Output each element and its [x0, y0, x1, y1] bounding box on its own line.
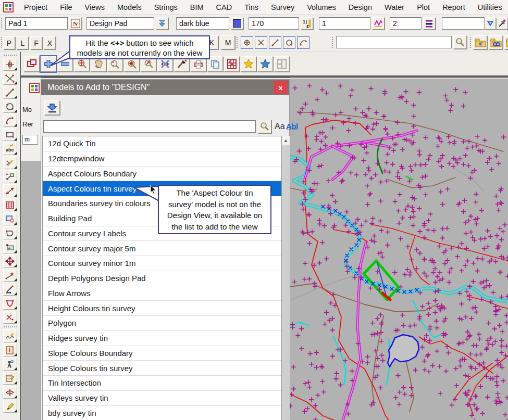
toolbar-magnifier-button[interactable] [453, 35, 467, 49]
weight-field[interactable] [390, 17, 422, 30]
menu-survey[interactable]: Survey [265, 1, 301, 14]
translate-string-button[interactable]: + [3, 170, 17, 183]
model-list-item[interactable]: Polygon [43, 316, 281, 331]
menu-plot[interactable]: Plot [411, 1, 436, 14]
cross-snap-icon[interactable] [255, 36, 267, 49]
model-list-item[interactable]: Aspect Colours Boundary [43, 167, 281, 182]
edit-notes-button[interactable] [3, 372, 17, 385]
magnifier-button[interactable] [258, 120, 271, 133]
panel-field[interactable]: m [22, 135, 38, 145]
favourite-views-blue[interactable] [257, 56, 273, 72]
menu-project[interactable]: Project [18, 1, 54, 14]
model-list-item[interactable]: Slope Colours tin survey [43, 361, 281, 376]
create-line-button[interactable] [3, 86, 17, 99]
measure-button[interactable] [3, 184, 17, 197]
model-list-item[interactable]: 12dtempwindow [43, 151, 281, 167]
colour-line-button[interactable] [3, 283, 17, 296]
height-field[interactable] [249, 17, 299, 30]
snap-toggle-p[interactable]: P [3, 36, 15, 49]
menu-strings[interactable]: Strings [148, 1, 184, 14]
create-grid-button[interactable] [3, 198, 17, 211]
menu-utilities[interactable]: Utilities [472, 1, 508, 14]
model-list-item[interactable]: Flow Arrows [43, 286, 281, 301]
create-text-button[interactable]: abc [3, 142, 17, 155]
name-field[interactable] [5, 17, 68, 30]
linestyle-field[interactable] [319, 17, 370, 30]
freehand-draw-button[interactable] [3, 329, 17, 342]
find-folder-icon[interactable] [489, 35, 503, 49]
model-list-item[interactable]: Tin Intersection [43, 376, 281, 391]
create-point-button[interactable] [3, 58, 17, 71]
model-list-item[interactable]: Depth Polygons Design Pad [43, 271, 281, 286]
model-list-item[interactable]: bdy survey tin [43, 406, 281, 420]
raster-view[interactable] [224, 56, 240, 72]
model-filter-input[interactable] [43, 120, 256, 133]
insert-models-button[interactable] [44, 100, 60, 115]
name-box-icon[interactable]: N [69, 17, 82, 30]
dialog-close-button[interactable]: x [274, 81, 288, 94]
menu-tins[interactable]: Tins [238, 1, 265, 14]
create-rectangle-button[interactable] [3, 128, 17, 141]
menu-file[interactable]: File [54, 1, 78, 14]
line-snap-icon[interactable] [269, 36, 281, 49]
partial-folder-icon[interactable] [504, 35, 508, 49]
snap-toggle-m[interactable]: M [221, 35, 235, 49]
menu-water[interactable]: Water [378, 1, 411, 14]
toolbar-search-input[interactable] [336, 36, 452, 48]
edit-colour-button[interactable] [3, 156, 17, 169]
menu-bim[interactable]: BIM [184, 1, 210, 14]
create-arc-button[interactable] [3, 114, 17, 127]
project-folder-icon[interactable] [473, 35, 487, 49]
favourite-views-yellow[interactable] [241, 56, 256, 72]
create-circle-button[interactable] [3, 100, 17, 113]
menu-views[interactable]: Views [79, 1, 111, 14]
snap-toggle-x[interactable]: X [44, 36, 56, 49]
app-icon[interactable] [3, 2, 14, 12]
arc-snap-icon[interactable] [297, 36, 309, 49]
place-image-button[interactable] [3, 240, 17, 253]
survey-instrument-button[interactable] [3, 358, 17, 371]
match-word-toggle[interactable]: Abl [286, 122, 298, 131]
model-list-item[interactable]: Height Colours tin survey [43, 301, 281, 316]
mirror-string-button[interactable] [3, 386, 17, 399]
snap-toggle-f[interactable]: F [30, 36, 42, 49]
break-line-button[interactable] [3, 72, 17, 85]
model-chooser-icon[interactable] [156, 17, 168, 30]
window-layout[interactable] [274, 56, 290, 72]
model-list-item[interactable]: Contour survey major 5m [43, 241, 281, 256]
menu-volumes[interactable]: Volumes [301, 1, 342, 14]
point-snap-icon[interactable] [241, 36, 253, 49]
scroll-up-button[interactable]: ▲ [282, 136, 290, 145]
snap-toggle-l[interactable]: L [17, 36, 29, 49]
model-list-item[interactable]: 12d Quick Tin [43, 136, 281, 151]
create-pencil-button[interactable] [3, 400, 17, 413]
z-value-icon[interactable]: 1z [301, 17, 313, 30]
smart-point-button[interactable] [3, 269, 17, 282]
list-scrollbar[interactable]: ▲ [282, 136, 290, 420]
dialog-title-bar[interactable]: Models to Add to "DESIGN" [41, 80, 289, 95]
view-window-button[interactable] [3, 212, 17, 225]
circle-snap-icon[interactable] [283, 36, 295, 49]
map-view[interactable] [290, 78, 508, 420]
eyedropper-icon[interactable] [497, 17, 508, 30]
lineweight-chooser-icon[interactable] [423, 17, 436, 30]
model-list-item[interactable]: Slope Colours Boundary [43, 346, 281, 361]
redraw-view[interactable] [24, 56, 40, 72]
create-polygon-button[interactable] [3, 226, 17, 239]
tinable-field[interactable] [442, 17, 485, 30]
menu-models[interactable]: Models [111, 1, 148, 14]
interface-button[interactable]: I [3, 343, 17, 357]
match-case-toggle[interactable]: Aa [275, 122, 285, 131]
delete-string-button[interactable] [3, 311, 17, 324]
move-string-button[interactable] [3, 254, 17, 268]
model-list-item[interactable]: Ridges survey tin [43, 331, 281, 346]
linestyle-chooser-icon[interactable] [372, 17, 385, 30]
trim-polygon-button[interactable] [3, 297, 17, 310]
model-list-item[interactable]: Valleys survey tin [43, 391, 281, 406]
colour-swatch-icon[interactable] [231, 17, 243, 30]
menu-report[interactable]: Report [436, 1, 472, 14]
menu-design[interactable]: Design [342, 1, 378, 14]
model-field[interactable] [86, 17, 154, 30]
menu-cad[interactable]: CAD [210, 1, 239, 14]
colour-field[interactable] [176, 17, 229, 30]
